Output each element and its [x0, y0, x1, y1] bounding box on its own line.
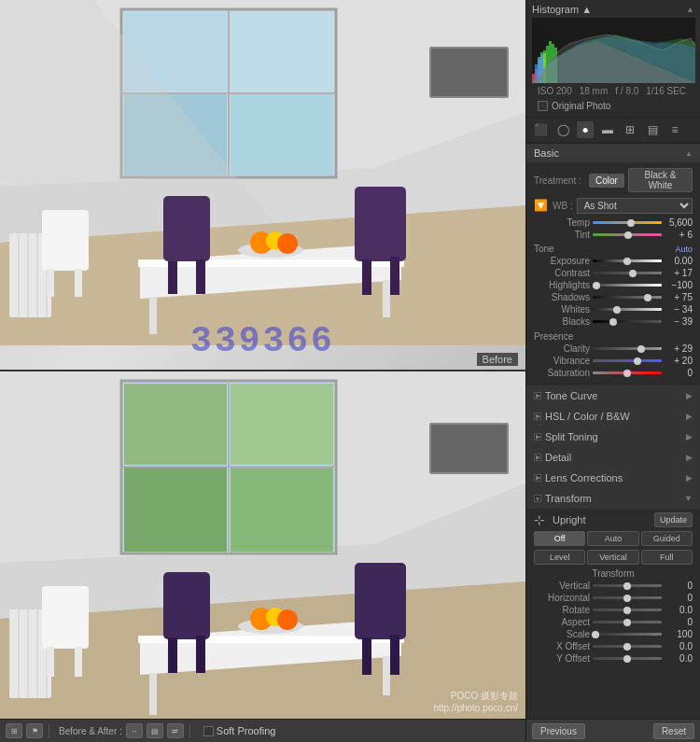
- lens-corrections-header[interactable]: ▶ Lens Corrections ▶: [526, 468, 700, 488]
- hsl-header[interactable]: ▶ HSL / Color / B&W ▶: [526, 406, 700, 427]
- transform-scale-slider[interactable]: [593, 633, 662, 636]
- poco-watermark: POCO 摄影专题 http://photo.poco.cn/: [433, 690, 518, 713]
- shadows-handle[interactable]: [644, 294, 651, 301]
- original-photo-checkbox[interactable]: [538, 101, 548, 111]
- hsl-expand[interactable]: ▶: [534, 413, 541, 420]
- clarity-handle[interactable]: [637, 345, 645, 353]
- blacks-slider[interactable]: [593, 320, 662, 323]
- transform-horizontal-handle[interactable]: [623, 595, 631, 602]
- upright-auto-btn[interactable]: Auto: [587, 531, 638, 546]
- red-eye-tool[interactable]: ▤: [644, 121, 661, 138]
- update-btn[interactable]: Update: [654, 512, 693, 527]
- toolbar-grid-btn[interactable]: ⊞: [6, 723, 22, 738]
- treatment-color-btn[interactable]: Color: [589, 174, 624, 188]
- transform-yoffset-label: Y Offset: [534, 653, 590, 664]
- highlights-handle[interactable]: [593, 282, 600, 289]
- split-toning-expand[interactable]: ▶: [534, 433, 541, 441]
- ba-layout-btn[interactable]: ▤: [147, 723, 163, 738]
- detail-header[interactable]: ▶ Detail ▶: [526, 447, 700, 468]
- ba-copy-btn[interactable]: ⇌: [167, 723, 184, 738]
- upright-guided-btn[interactable]: Guided: [641, 531, 693, 546]
- vibrance-handle[interactable]: [634, 357, 641, 365]
- transform-xoffset-handle[interactable]: [623, 643, 631, 651]
- lens-corrections-expand[interactable]: ▶: [534, 474, 541, 482]
- auto-btn[interactable]: Auto: [675, 245, 693, 254]
- soft-proofing-checkbox[interactable]: [203, 726, 214, 736]
- graduated-tool[interactable]: ▬: [599, 121, 616, 138]
- clarity-slider[interactable]: [593, 347, 662, 350]
- basic-section-header[interactable]: Basic ▲: [526, 143, 700, 162]
- histogram-canvas: [532, 18, 695, 83]
- exposure-handle[interactable]: [623, 258, 631, 265]
- contrast-handle[interactable]: [629, 270, 637, 277]
- transform-xoffset-slider[interactable]: [593, 645, 662, 648]
- upright-level-btn[interactable]: Level: [534, 550, 585, 565]
- transform-vertical-handle[interactable]: [623, 582, 631, 590]
- temp-slider-row: Temp 5,600: [534, 217, 693, 228]
- before-scene: [0, 0, 525, 345]
- wb-select[interactable]: As Shot: [577, 198, 693, 214]
- treatment-label: Treatment :: [534, 175, 585, 186]
- whites-handle[interactable]: [613, 306, 621, 314]
- split-toning-header[interactable]: ▶ Split Toning ▶: [526, 427, 700, 447]
- svg-rect-20: [163, 196, 210, 261]
- clarity-value: + 29: [665, 343, 693, 354]
- transform-expand[interactable]: ▼: [534, 495, 541, 502]
- upright-vertical-btn[interactable]: Vertical: [587, 550, 638, 565]
- transform-scale-handle[interactable]: [592, 631, 599, 638]
- tone-curve-expand[interactable]: ▶: [534, 392, 541, 399]
- ba-swap-btn[interactable]: ↔: [126, 723, 143, 738]
- radial-tool[interactable]: ●: [577, 121, 594, 138]
- transform-yoffset-handle[interactable]: [623, 655, 631, 663]
- svg-rect-21: [168, 261, 177, 294]
- detail-expand[interactable]: ▶: [534, 454, 541, 461]
- transform-aspect-handle[interactable]: [623, 619, 631, 626]
- transform-vertical-slider[interactable]: [593, 584, 662, 587]
- transform-yoffset-slider[interactable]: [593, 657, 662, 660]
- transform-horizontal-slider[interactable]: [593, 596, 662, 599]
- transform-aspect-slider[interactable]: [593, 621, 662, 623]
- bottom-toolbar: ⊞ ⚑ Before & After : ↔ ▤ ⇌ Soft Proofing: [0, 719, 525, 742]
- transform-rotate-slider[interactable]: [593, 609, 662, 611]
- tint-slider[interactable]: [593, 233, 662, 236]
- shutter-value: 1/16 SEC: [646, 86, 686, 96]
- toolbar-sep-2: [189, 724, 190, 737]
- toolbar-flag-btn[interactable]: ⚑: [26, 723, 43, 738]
- exposure-label: Exposure: [534, 256, 590, 266]
- healing-tool[interactable]: ◯: [554, 121, 571, 138]
- upright-full-btn[interactable]: Full: [641, 550, 693, 565]
- saturation-handle[interactable]: [623, 370, 631, 377]
- histogram-svg: [532, 18, 695, 83]
- tint-handle[interactable]: [624, 231, 632, 239]
- previous-btn[interactable]: Previous: [532, 723, 585, 739]
- crop-tool[interactable]: ⬛: [532, 121, 549, 138]
- temp-slider[interactable]: [593, 221, 662, 224]
- histogram-expand[interactable]: ▲: [686, 5, 694, 14]
- vibrance-slider[interactable]: [593, 359, 662, 362]
- blacks-handle[interactable]: [609, 318, 617, 326]
- treatment-bw-btn[interactable]: Black & White: [628, 168, 693, 192]
- transform-rotate-handle[interactable]: [623, 607, 631, 614]
- contrast-slider[interactable]: [593, 272, 662, 274]
- settings-tool[interactable]: ≡: [666, 121, 683, 138]
- transform-vertical-row: Vertical 0: [534, 581, 693, 591]
- temp-handle[interactable]: [627, 219, 635, 227]
- svg-rect-42: [124, 384, 227, 465]
- highlights-slider[interactable]: [593, 284, 662, 287]
- exposure-slider[interactable]: [593, 259, 662, 262]
- transform-header[interactable]: ▼ Transform ▼: [526, 488, 700, 509]
- shadows-slider[interactable]: [593, 296, 662, 299]
- saturation-slider[interactable]: [593, 371, 662, 374]
- whites-slider[interactable]: [593, 308, 662, 311]
- eyedropper-icon[interactable]: 🔽: [534, 199, 549, 214]
- svg-rect-9: [231, 94, 333, 175]
- reset-btn[interactable]: Reset: [653, 723, 694, 739]
- svg-rect-70: [75, 647, 82, 677]
- saturation-slider-row: Saturation 0: [534, 368, 693, 378]
- temp-value: 5,600: [665, 217, 693, 228]
- svg-rect-50: [383, 656, 390, 695]
- adjustment-tool[interactable]: ⊞: [622, 121, 638, 138]
- upright-off-btn[interactable]: Off: [534, 531, 585, 546]
- vibrance-label: Vibrance: [534, 356, 590, 366]
- tone-curve-header[interactable]: ▶ Tone Curve ▶: [526, 385, 700, 406]
